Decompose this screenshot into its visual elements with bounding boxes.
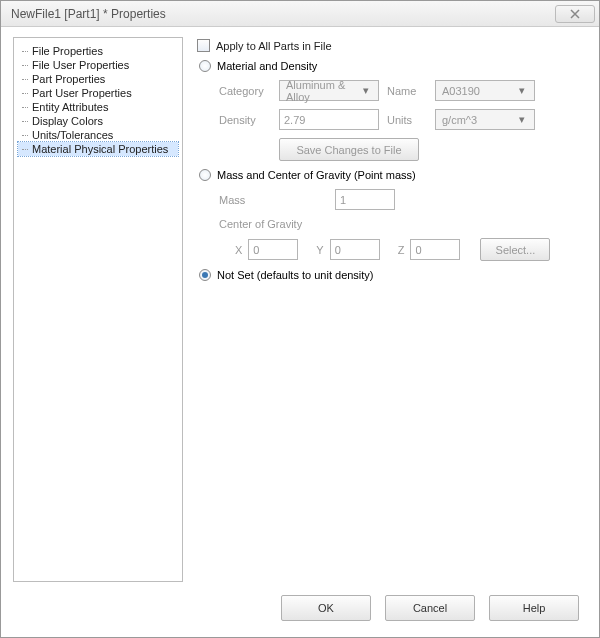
mass-cg-label: Mass and Center of Gravity (Point mass) xyxy=(217,169,416,181)
radio-mass-cg[interactable] xyxy=(199,169,211,181)
x-label: X xyxy=(235,244,242,256)
material-density-label: Material and Density xyxy=(217,60,317,72)
tree-item[interactable]: Display Colors xyxy=(18,114,178,128)
radio-material-density[interactable] xyxy=(199,60,211,72)
cg-label: Center of Gravity xyxy=(219,218,302,230)
tree-item[interactable]: Entity Attributes xyxy=(18,100,178,114)
ok-button[interactable]: OK xyxy=(281,595,371,621)
chevron-down-icon: ▾ xyxy=(514,113,530,126)
density-input[interactable] xyxy=(279,109,379,130)
category-tree[interactable]: File Properties File User Properties Par… xyxy=(13,37,183,582)
chevron-down-icon: ▾ xyxy=(358,84,374,97)
tree-item[interactable]: Part User Properties xyxy=(18,86,178,100)
cancel-button[interactable]: Cancel xyxy=(385,595,475,621)
tree-item[interactable]: Part Properties xyxy=(18,72,178,86)
cg-z-input[interactable] xyxy=(410,239,460,260)
cg-x-input[interactable] xyxy=(248,239,298,260)
mass-label: Mass xyxy=(219,194,271,206)
close-icon xyxy=(569,9,581,19)
not-set-label: Not Set (defaults to unit density) xyxy=(217,269,374,281)
chevron-down-icon: ▾ xyxy=(514,84,530,97)
properties-dialog: NewFile1 [Part1] * Properties File Prope… xyxy=(0,0,600,638)
tree-item[interactable]: File User Properties xyxy=(18,58,178,72)
help-button[interactable]: Help xyxy=(489,595,579,621)
name-label: Name xyxy=(387,85,427,97)
close-button[interactable] xyxy=(555,5,595,23)
titlebar: NewFile1 [Part1] * Properties xyxy=(1,1,599,27)
dialog-footer: OK Cancel Help xyxy=(1,589,599,637)
select-button[interactable]: Select... xyxy=(480,238,550,261)
name-combo[interactable]: A03190 ▾ xyxy=(435,80,535,101)
apply-all-label: Apply to All Parts in File xyxy=(216,40,332,52)
category-combo[interactable]: Aluminum & Alloy ▾ xyxy=(279,80,379,101)
apply-all-checkbox[interactable] xyxy=(197,39,210,52)
mass-input[interactable] xyxy=(335,189,395,210)
tree-item[interactable]: File Properties xyxy=(18,44,178,58)
units-label: Units xyxy=(387,114,427,126)
units-combo[interactable]: g/cm^3 ▾ xyxy=(435,109,535,130)
category-label: Category xyxy=(219,85,271,97)
save-changes-button[interactable]: Save Changes to File xyxy=(279,138,419,161)
tree-item[interactable]: Units/Tolerances xyxy=(18,128,178,142)
z-label: Z xyxy=(398,244,405,256)
window-title: NewFile1 [Part1] * Properties xyxy=(11,7,555,21)
main-panel: Apply to All Parts in File Material and … xyxy=(193,37,587,589)
cg-y-input[interactable] xyxy=(330,239,380,260)
y-label: Y xyxy=(316,244,323,256)
density-label: Density xyxy=(219,114,271,126)
tree-item-selected[interactable]: Material Physical Properties xyxy=(18,142,178,156)
radio-not-set[interactable] xyxy=(199,269,211,281)
